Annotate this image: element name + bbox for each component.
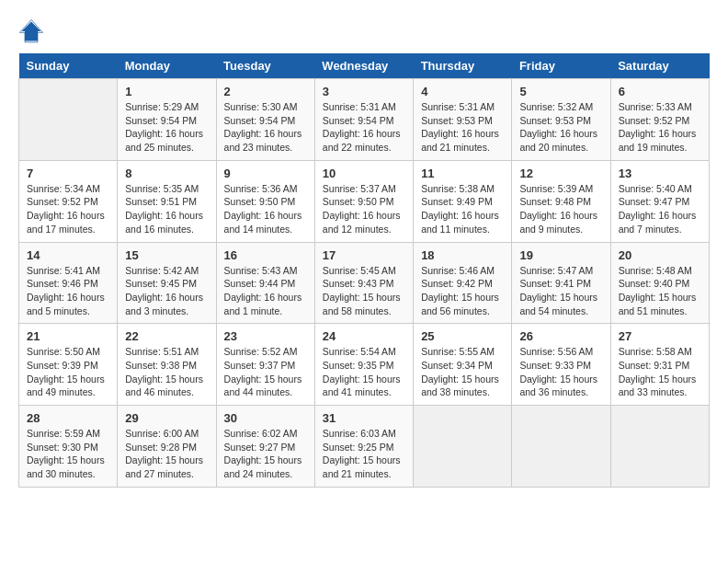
calendar-cell: 24Sunrise: 5:54 AM Sunset: 9:35 PM Dayli… <box>314 324 413 406</box>
calendar-cell: 22Sunrise: 5:51 AM Sunset: 9:38 PM Dayli… <box>118 324 216 406</box>
cell-content: Sunrise: 5:56 AM Sunset: 9:33 PM Dayligh… <box>519 345 602 399</box>
day-number: 29 <box>125 411 208 425</box>
cell-content: Sunrise: 5:45 AM Sunset: 9:43 PM Dayligh… <box>323 264 405 318</box>
day-number: 15 <box>125 248 208 262</box>
cell-content: Sunrise: 5:43 AM Sunset: 9:44 PM Dayligh… <box>224 264 307 318</box>
day-number: 19 <box>519 248 602 262</box>
day-number: 1 <box>125 85 208 98</box>
cell-content: Sunrise: 5:30 AM Sunset: 9:54 PM Dayligh… <box>224 100 307 155</box>
cell-content: Sunrise: 5:50 AM Sunset: 9:39 PM Dayligh… <box>27 345 109 399</box>
calendar-cell: 23Sunrise: 5:52 AM Sunset: 9:37 PM Dayli… <box>216 324 314 406</box>
calendar-cell <box>19 79 118 161</box>
day-number: 27 <box>619 329 701 343</box>
cell-content: Sunrise: 5:37 AM Sunset: 9:50 PM Dayligh… <box>323 182 405 236</box>
cell-content: Sunrise: 5:29 AM Sunset: 9:54 PM Dayligh… <box>125 100 208 155</box>
cell-content: Sunrise: 5:48 AM Sunset: 9:40 PM Dayligh… <box>619 264 701 318</box>
day-number: 20 <box>619 248 701 262</box>
calendar-cell <box>414 406 512 488</box>
weekday-header-sunday: Sunday <box>19 53 118 79</box>
day-number: 8 <box>125 167 208 180</box>
calendar-cell: 16Sunrise: 5:43 AM Sunset: 9:44 PM Dayli… <box>216 242 314 324</box>
cell-content: Sunrise: 5:47 AM Sunset: 9:41 PM Dayligh… <box>519 264 602 318</box>
cell-content: Sunrise: 5:33 AM Sunset: 9:52 PM Dayligh… <box>619 100 701 155</box>
calendar-cell: 7Sunrise: 5:34 AM Sunset: 9:52 PM Daylig… <box>19 160 118 242</box>
day-number: 26 <box>519 329 602 343</box>
day-number: 18 <box>421 248 504 262</box>
day-number: 30 <box>224 411 307 425</box>
cell-content: Sunrise: 5:35 AM Sunset: 9:51 PM Dayligh… <box>125 182 208 236</box>
calendar-cell: 15Sunrise: 5:42 AM Sunset: 9:45 PM Dayli… <box>118 242 216 324</box>
cell-content: Sunrise: 5:31 AM Sunset: 9:54 PM Dayligh… <box>323 100 405 155</box>
day-number: 5 <box>519 85 602 98</box>
calendar-cell: 27Sunrise: 5:58 AM Sunset: 9:31 PM Dayli… <box>610 324 709 406</box>
cell-content: Sunrise: 5:38 AM Sunset: 9:49 PM Dayligh… <box>421 182 504 236</box>
cell-content: Sunrise: 6:02 AM Sunset: 9:27 PM Dayligh… <box>224 427 307 481</box>
calendar-week-row: 28Sunrise: 5:59 AM Sunset: 9:30 PM Dayli… <box>19 406 710 488</box>
cell-content: Sunrise: 5:34 AM Sunset: 9:52 PM Dayligh… <box>27 182 109 236</box>
day-number: 10 <box>323 167 405 180</box>
calendar-cell: 1Sunrise: 5:29 AM Sunset: 9:54 PM Daylig… <box>118 79 216 161</box>
calendar-cell: 30Sunrise: 6:02 AM Sunset: 9:27 PM Dayli… <box>216 406 314 488</box>
cell-content: Sunrise: 5:36 AM Sunset: 9:50 PM Dayligh… <box>224 182 307 236</box>
cell-content: Sunrise: 5:31 AM Sunset: 9:53 PM Dayligh… <box>421 100 504 155</box>
calendar-body: 1Sunrise: 5:29 AM Sunset: 9:54 PM Daylig… <box>19 79 710 488</box>
calendar-cell: 20Sunrise: 5:48 AM Sunset: 9:40 PM Dayli… <box>610 242 709 324</box>
cell-content: Sunrise: 5:32 AM Sunset: 9:53 PM Dayligh… <box>519 100 602 155</box>
calendar-week-row: 21Sunrise: 5:50 AM Sunset: 9:39 PM Dayli… <box>19 324 710 406</box>
calendar-cell: 21Sunrise: 5:50 AM Sunset: 9:39 PM Dayli… <box>19 324 118 406</box>
day-number: 9 <box>224 167 307 180</box>
calendar-cell: 12Sunrise: 5:39 AM Sunset: 9:48 PM Dayli… <box>512 160 610 242</box>
weekday-header-tuesday: Tuesday <box>216 53 314 79</box>
cell-content: Sunrise: 5:54 AM Sunset: 9:35 PM Dayligh… <box>323 345 405 399</box>
day-number: 3 <box>323 85 405 98</box>
day-number: 23 <box>224 329 307 343</box>
calendar-cell: 26Sunrise: 5:56 AM Sunset: 9:33 PM Dayli… <box>512 324 610 406</box>
calendar-cell: 9Sunrise: 5:36 AM Sunset: 9:50 PM Daylig… <box>216 160 314 242</box>
calendar-cell: 31Sunrise: 6:03 AM Sunset: 9:25 PM Dayli… <box>314 406 413 488</box>
calendar-cell: 19Sunrise: 5:47 AM Sunset: 9:41 PM Dayli… <box>512 242 610 324</box>
weekday-header-friday: Friday <box>512 53 610 79</box>
weekday-header-monday: Monday <box>118 53 216 79</box>
calendar-cell: 17Sunrise: 5:45 AM Sunset: 9:43 PM Dayli… <box>314 242 413 324</box>
cell-content: Sunrise: 6:00 AM Sunset: 9:28 PM Dayligh… <box>125 427 208 481</box>
calendar-cell: 2Sunrise: 5:30 AM Sunset: 9:54 PM Daylig… <box>216 79 314 161</box>
day-number: 6 <box>619 85 701 98</box>
calendar-cell: 5Sunrise: 5:32 AM Sunset: 9:53 PM Daylig… <box>512 79 610 161</box>
calendar-week-row: 7Sunrise: 5:34 AM Sunset: 9:52 PM Daylig… <box>19 160 710 242</box>
cell-content: Sunrise: 5:39 AM Sunset: 9:48 PM Dayligh… <box>519 182 602 236</box>
logo-icon <box>18 18 44 44</box>
logo <box>18 18 48 44</box>
day-number: 13 <box>619 167 701 180</box>
day-number: 4 <box>421 85 504 98</box>
day-number: 12 <box>519 167 602 180</box>
cell-content: Sunrise: 5:40 AM Sunset: 9:47 PM Dayligh… <box>619 182 701 236</box>
cell-content: Sunrise: 5:41 AM Sunset: 9:46 PM Dayligh… <box>27 264 109 318</box>
calendar-cell: 29Sunrise: 6:00 AM Sunset: 9:28 PM Dayli… <box>118 406 216 488</box>
calendar-table: SundayMondayTuesdayWednesdayThursdayFrid… <box>18 53 710 488</box>
cell-content: Sunrise: 5:42 AM Sunset: 9:45 PM Dayligh… <box>125 264 208 318</box>
weekday-header-thursday: Thursday <box>414 53 512 79</box>
calendar-cell: 8Sunrise: 5:35 AM Sunset: 9:51 PM Daylig… <box>118 160 216 242</box>
day-number: 28 <box>27 411 109 425</box>
calendar-cell <box>610 406 709 488</box>
calendar-cell: 18Sunrise: 5:46 AM Sunset: 9:42 PM Dayli… <box>414 242 512 324</box>
day-number: 22 <box>125 329 208 343</box>
day-number: 11 <box>421 167 504 180</box>
day-number: 2 <box>224 85 307 98</box>
calendar-cell: 13Sunrise: 5:40 AM Sunset: 9:47 PM Dayli… <box>610 160 709 242</box>
day-number: 25 <box>421 329 504 343</box>
calendar-cell <box>512 406 610 488</box>
day-number: 31 <box>323 411 405 425</box>
day-number: 21 <box>27 329 109 343</box>
day-number: 14 <box>27 248 109 262</box>
calendar-cell: 25Sunrise: 5:55 AM Sunset: 9:34 PM Dayli… <box>414 324 512 406</box>
calendar-cell: 28Sunrise: 5:59 AM Sunset: 9:30 PM Dayli… <box>19 406 118 488</box>
calendar-cell: 14Sunrise: 5:41 AM Sunset: 9:46 PM Dayli… <box>19 242 118 324</box>
calendar-week-row: 14Sunrise: 5:41 AM Sunset: 9:46 PM Dayli… <box>19 242 710 324</box>
cell-content: Sunrise: 6:03 AM Sunset: 9:25 PM Dayligh… <box>323 427 405 481</box>
weekday-header-row: SundayMondayTuesdayWednesdayThursdayFrid… <box>19 53 710 79</box>
cell-content: Sunrise: 5:59 AM Sunset: 9:30 PM Dayligh… <box>27 427 109 481</box>
calendar-cell: 3Sunrise: 5:31 AM Sunset: 9:54 PM Daylig… <box>314 79 413 161</box>
calendar-cell: 6Sunrise: 5:33 AM Sunset: 9:52 PM Daylig… <box>610 79 709 161</box>
cell-content: Sunrise: 5:52 AM Sunset: 9:37 PM Dayligh… <box>224 345 307 399</box>
